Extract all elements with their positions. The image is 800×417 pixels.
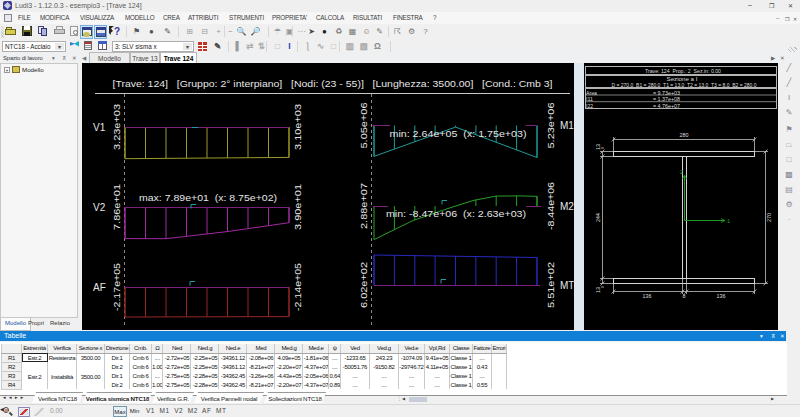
svg-text:= 9.73e+03: = 9.73e+03	[653, 90, 680, 96]
svg-text:Trave: 124 Prop.: 2 Sez.in:: Trave: 124 Prop.: 2 Sez.in: 0.00	[645, 68, 721, 74]
svg-text:1: 1	[727, 218, 730, 224]
svg-text:5.51e+02: 5.51e+02	[546, 262, 556, 308]
svg-text:3.23e+03: 3.23e+03	[112, 104, 122, 150]
svg-text:= 4.76e+07: = 4.76e+07	[653, 103, 680, 109]
svg-text:6.02e+02: 6.02e+02	[359, 262, 369, 308]
svg-text:3.10e+03: 3.10e+03	[293, 104, 303, 150]
svg-text:136: 136	[643, 293, 652, 299]
svg-text:V1: V1	[93, 122, 106, 133]
svg-text:2.88e+07: 2.88e+07	[359, 183, 369, 229]
svg-text:13: 13	[595, 287, 601, 293]
svg-text:-2.17e+05: -2.17e+05	[112, 263, 122, 311]
svg-text:270: 270	[766, 213, 772, 222]
svg-text:3.90e+01: 3.90e+01	[293, 184, 303, 230]
svg-text:2: 2	[680, 169, 683, 175]
svg-text:min: -8.47e+06 (x: 2.63e+03): min: -8.47e+06 (x: 2.63e+03)	[386, 209, 526, 219]
svg-text:5.23e+06: 5.23e+06	[546, 102, 556, 148]
svg-text:max: 7.89e+01 (x: 8.75e+02): max: 7.89e+01 (x: 8.75e+02)	[139, 193, 277, 203]
svg-text:Area: Area	[586, 90, 598, 96]
svg-text:-8.44e+06: -8.44e+06	[546, 182, 556, 230]
svg-text:13: 13	[595, 144, 601, 150]
svg-text:= 1.37e+08: = 1.37e+08	[653, 96, 680, 102]
svg-text:136: 136	[717, 293, 726, 299]
svg-text:I22: I22	[586, 103, 593, 109]
svg-text:Sezione a I: Sezione a I	[667, 76, 699, 82]
svg-text:I11: I11	[586, 96, 593, 102]
svg-text:244: 244	[595, 213, 601, 222]
svg-text:min: 2.64e+05 (x: 1.75e+03): min: 2.64e+05 (x: 1.75e+03)	[390, 129, 527, 139]
svg-text:-2.14e+05: -2.14e+05	[293, 263, 303, 311]
svg-text:8: 8	[683, 293, 686, 299]
svg-text:MT: MT	[560, 280, 574, 291]
svg-text:D = 270.0 B1 = 280.0 T1 = 13: D = 270.0 B1 = 280.0 T1 = 13.0 T2 = 13.0…	[612, 82, 757, 88]
svg-text:280: 280	[680, 132, 689, 138]
svg-text:7.86e+01: 7.86e+01	[112, 184, 122, 230]
svg-text:5.05e+06: 5.05e+06	[359, 102, 369, 148]
svg-text:M1: M1	[560, 120, 574, 131]
svg-text:AF: AF	[93, 282, 106, 293]
svg-text:V2: V2	[93, 202, 106, 213]
svg-text:[Trave: 124] [Gruppo: 2° int: [Trave: 124] [Gruppo: 2° interpiano] [No…	[113, 79, 553, 89]
svg-text:M2: M2	[560, 201, 574, 212]
